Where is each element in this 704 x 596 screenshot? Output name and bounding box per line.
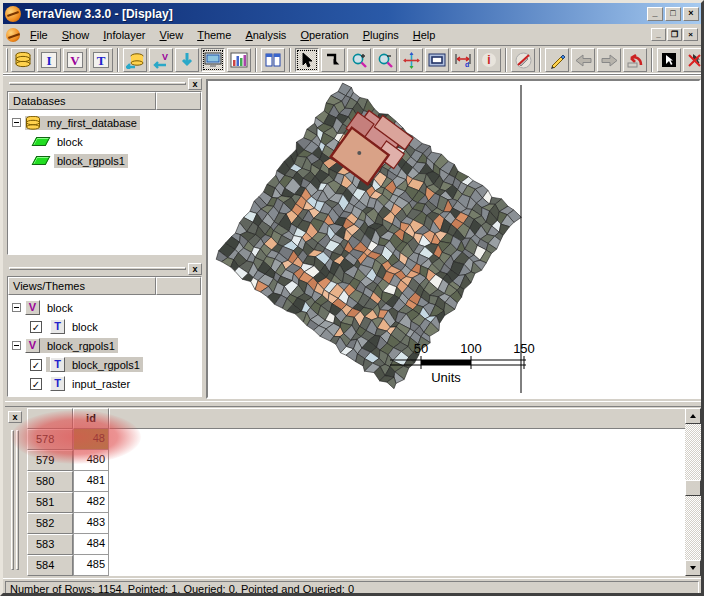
row-header[interactable]: 583 — [27, 534, 73, 555]
theme-checkbox[interactable]: ✓ — [30, 359, 42, 371]
layer-icon — [32, 156, 51, 165]
databases-tree: Databases my_first_database block block_… — [7, 91, 202, 255]
import-layer-button[interactable] — [123, 48, 147, 72]
menu-view[interactable]: View — [152, 26, 190, 44]
id-cell[interactable]: 482 — [73, 492, 109, 513]
window-title: TerraView 3.3.0 - [Display] — [25, 7, 645, 21]
layer-label: block — [54, 135, 86, 149]
menu-infolayer[interactable]: Infolayer — [96, 26, 152, 44]
graphic-window-button[interactable] — [227, 48, 251, 72]
svg-text:100: 100 — [460, 341, 482, 356]
table-vertical-scrollbar[interactable] — [685, 408, 701, 576]
id-cell[interactable]: 480 — [73, 450, 109, 471]
menu-file[interactable]: File — [23, 26, 55, 44]
id-cell-pointed[interactable]: 48 — [73, 429, 109, 450]
column-header-id[interactable]: id — [73, 408, 109, 429]
row-header[interactable]: 584 — [27, 555, 73, 576]
databases-panel-close-icon[interactable]: x — [188, 78, 202, 90]
undo-button[interactable] — [623, 48, 647, 72]
title-bar[interactable]: TerraView 3.3.0 - [Display] _ □ × — [3, 3, 701, 24]
tree-item-view-block-rgpols1[interactable]: V block_rgpols1 — [12, 336, 199, 355]
back-arrow-button[interactable] — [571, 48, 595, 72]
menu-theme[interactable]: Theme — [190, 26, 238, 44]
forward-arrow-button[interactable] — [597, 48, 621, 72]
view-icon: V — [67, 52, 83, 68]
menu-plugins[interactable]: Plugins — [356, 26, 406, 44]
table-corner-cell[interactable] — [27, 408, 73, 429]
tile-windows-icon — [265, 53, 281, 67]
horizontal-splitter[interactable] — [5, 401, 701, 407]
tree-item-view-block[interactable]: V block — [12, 298, 199, 317]
views-panel-close-icon[interactable]: x — [188, 263, 202, 275]
unselect-objects-icon — [687, 52, 703, 68]
theme-checkbox[interactable]: ✓ — [30, 321, 42, 333]
menu-help[interactable]: Help — [406, 26, 443, 44]
maximize-button[interactable]: □ — [665, 7, 681, 21]
map-display-canvas[interactable]: 50 100 150 Units — [206, 79, 701, 399]
grid-dock-grip[interactable]: x — [5, 408, 27, 576]
databases-panel-grip[interactable]: x — [5, 77, 204, 90]
edit-disabled-icon — [515, 52, 532, 69]
graphic-window-icon — [230, 52, 248, 68]
import-view-button[interactable]: V — [149, 48, 173, 72]
edit-disabled-button[interactable] — [511, 48, 535, 72]
id-cell[interactable]: 484 — [73, 534, 109, 555]
menu-analysis[interactable]: Analysis — [238, 26, 293, 44]
tree-item-theme-input-raster[interactable]: ✓ T input_raster — [30, 374, 199, 393]
grid-close-icon[interactable]: x — [8, 411, 22, 423]
zoom-rect-button[interactable] — [425, 48, 449, 72]
id-cell[interactable]: 485 — [73, 555, 109, 576]
menu-show[interactable]: Show — [55, 26, 97, 44]
tree-item-theme-block[interactable]: ✓ T block — [30, 317, 199, 336]
id-cell[interactable]: 483 — [73, 513, 109, 534]
mdi-app-icon[interactable] — [6, 28, 20, 42]
views-column-header[interactable]: Views/Themes — [8, 277, 201, 295]
view-button[interactable]: V — [63, 48, 87, 72]
minimize-button[interactable]: _ — [647, 7, 663, 21]
collapse-icon[interactable] — [12, 303, 21, 312]
mdi-minimize-button[interactable]: _ — [651, 28, 666, 41]
row-header[interactable]: 580 — [27, 471, 73, 492]
main-toolbar: I V T V d i » — [3, 46, 701, 75]
pan-button[interactable] — [399, 48, 423, 72]
scroll-down-icon[interactable] — [685, 560, 701, 576]
menu-operation[interactable]: Operation — [293, 26, 355, 44]
row-header[interactable]: 579 — [27, 450, 73, 471]
status-text: Number of Rows: 1154, Pointed: 1, Querie… — [5, 581, 699, 596]
zoom-in-button[interactable] — [347, 48, 371, 72]
tree-item-layer-block[interactable]: block — [30, 132, 199, 151]
theme-button[interactable]: T — [89, 48, 113, 72]
views-panel-grip[interactable]: x — [5, 262, 204, 275]
theme-checkbox[interactable]: ✓ — [30, 378, 42, 390]
unselect-objects-button[interactable] — [683, 48, 704, 72]
tree-item-database[interactable]: my_first_database — [12, 113, 199, 132]
distance-meter-button[interactable]: d — [451, 48, 475, 72]
row-header[interactable]: 581 — [27, 492, 73, 513]
invert-selection-button[interactable] — [657, 48, 681, 72]
toolbar-grip[interactable] — [6, 48, 8, 72]
row-header[interactable]: 578 — [27, 429, 73, 450]
id-cell[interactable]: 481 — [73, 471, 109, 492]
info-cursor-button[interactable]: i — [477, 48, 501, 72]
close-button[interactable]: × — [683, 7, 699, 21]
tree-item-theme-block-rgpols1[interactable]: ✓ T block_rgpols1 — [30, 355, 199, 374]
import-theme-button[interactable] — [175, 48, 199, 72]
tree-item-layer-block-rgpols1[interactable]: block_rgpols1 — [30, 151, 199, 170]
infolayer-button[interactable]: I — [37, 48, 61, 72]
display-window-button[interactable] — [201, 48, 225, 72]
tile-windows-button[interactable] — [261, 48, 285, 72]
zoom-out-button[interactable] — [373, 48, 397, 72]
database-button[interactable] — [11, 48, 35, 72]
databases-column-header[interactable]: Databases — [8, 92, 201, 110]
row-header[interactable]: 582 — [27, 513, 73, 534]
previous-zoom-button[interactable] — [321, 48, 345, 72]
scroll-up-icon[interactable] — [685, 408, 701, 424]
pointer-button[interactable] — [295, 48, 319, 72]
graphic-scale-button[interactable] — [545, 48, 569, 72]
mdi-close-button[interactable]: × — [683, 28, 698, 41]
collapse-icon[interactable] — [12, 341, 21, 350]
status-bar: Number of Rows: 1154, Pointed: 1, Querie… — [3, 578, 701, 596]
collapse-icon[interactable] — [12, 118, 21, 127]
mdi-restore-button[interactable]: ❐ — [667, 28, 682, 41]
scrollbar-thumb[interactable] — [685, 480, 701, 496]
